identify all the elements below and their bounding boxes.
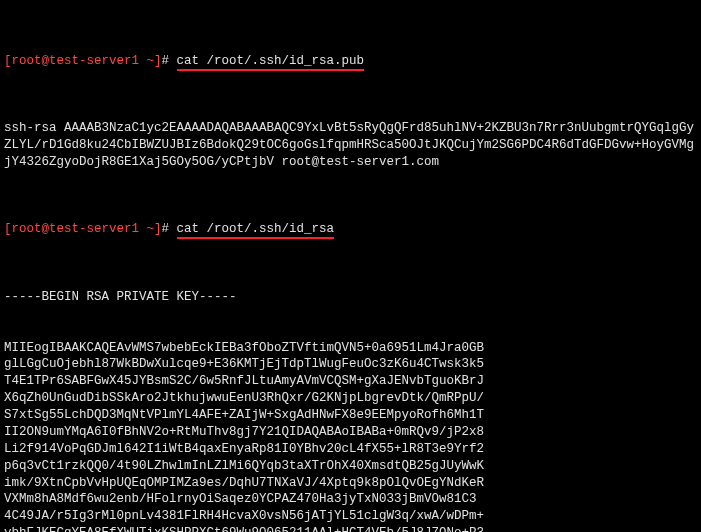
prompt-bracket-close: ] — [154, 54, 162, 68]
private-key-header: -----BEGIN RSA PRIVATE KEY----- — [4, 289, 697, 306]
pubkey-output: ssh-rsa AAAAB3NzaC1yc2EAAAADAQABAAABAQC9… — [4, 120, 697, 171]
prompt-line-1: [root@test-server1 ~]# cat /root/.ssh/id… — [4, 53, 697, 70]
private-key-body: MIIEogIBAAKCAQEAvWMS7wbebEckIEBa3fOboZTV… — [4, 340, 697, 533]
command-1-wrap: cat /root/.ssh/id_rsa.pub — [177, 53, 365, 70]
prompt-hash: # — [162, 54, 177, 68]
annotation-underline-2 — [177, 237, 335, 239]
prompt-user-host: root@test-server1 — [12, 222, 140, 236]
command-1: cat /root/.ssh/id_rsa.pub — [177, 54, 365, 68]
terminal-viewport[interactable]: [root@test-server1 ~]# cat /root/.ssh/id… — [0, 0, 701, 532]
prompt-line-2: [root@test-server1 ~]# cat /root/.ssh/id… — [4, 221, 697, 238]
command-2-wrap: cat /root/.ssh/id_rsa — [177, 221, 335, 238]
prompt-bracket-close: ] — [154, 222, 162, 236]
command-2: cat /root/.ssh/id_rsa — [177, 222, 335, 236]
prompt-cwd: ~ — [139, 54, 154, 68]
prompt-cwd: ~ — [139, 222, 154, 236]
prompt-bracket-open: [ — [4, 222, 12, 236]
prompt-bracket-open: [ — [4, 54, 12, 68]
prompt-hash: # — [162, 222, 177, 236]
prompt-user-host: root@test-server1 — [12, 54, 140, 68]
annotation-underline-1 — [177, 69, 365, 71]
